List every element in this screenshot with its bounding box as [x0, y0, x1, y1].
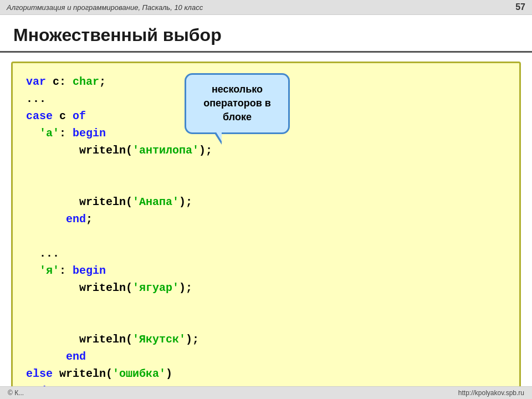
bottom-bar: © К... http://kpolyakov.spb.ru	[0, 386, 532, 399]
code-line-8: writeln('Анапа');	[26, 193, 506, 211]
code-line-blank4	[26, 296, 506, 314]
slide-title: Множественный выбор	[0, 15, 532, 53]
code-line-9: end;	[26, 211, 506, 228]
code-line-17: end	[26, 348, 506, 365]
code-line-blank1	[26, 159, 506, 176]
code-line-18: else writeln('ошибка')	[26, 365, 506, 382]
content-area: несколько операторов в блоке var c: char…	[11, 62, 521, 399]
code-line-blank3	[26, 228, 506, 245]
code-line-13: writeln('ягуар');	[26, 279, 506, 296]
code-line-12: 'я': begin	[26, 262, 506, 279]
top-bar-subject: Алгоритмизация и программирование, Паска…	[7, 3, 203, 12]
slide-number: 57	[515, 2, 525, 12]
code-line-5: writeln('антилопа');	[26, 142, 506, 159]
top-bar: Алгоритмизация и программирование, Паска…	[0, 0, 532, 15]
tooltip-bubble: несколько операторов в блоке	[185, 73, 290, 134]
code-line-11: ...	[26, 245, 506, 262]
code-line-16: writeln('Якутск');	[26, 331, 506, 348]
code-line-blank5	[26, 314, 506, 331]
tooltip-text: несколько операторов в блоке	[203, 84, 271, 122]
bottom-bar-left: © К...	[8, 389, 24, 397]
code-line-blank2	[26, 176, 506, 193]
bottom-bar-right: http://kpolyakov.spb.ru	[458, 389, 524, 397]
